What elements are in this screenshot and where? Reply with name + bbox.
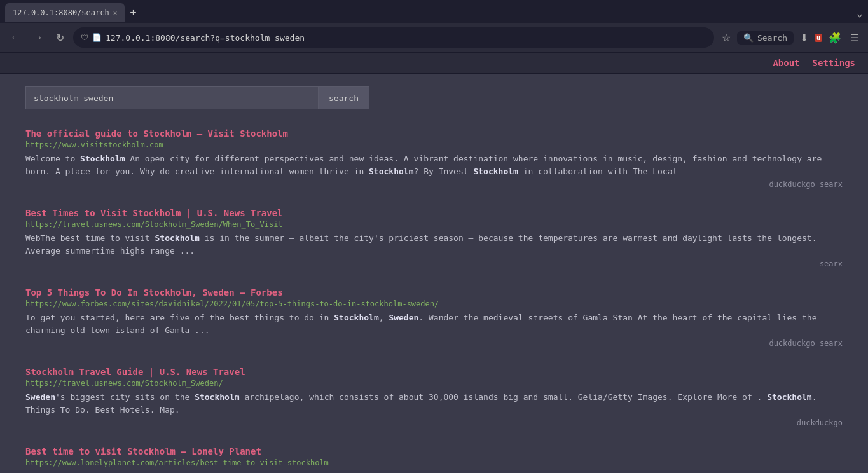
ublock-badge: u <box>815 34 822 42</box>
tab-close-icon[interactable]: ✕ <box>113 9 118 17</box>
about-link[interactable]: About <box>773 58 799 68</box>
shield-icon: 🛡 <box>81 33 88 42</box>
address-bar-input[interactable] <box>106 33 706 43</box>
search-input[interactable] <box>25 86 318 109</box>
app-header: About Settings <box>0 53 868 74</box>
search-icon: 🔍 <box>743 33 754 43</box>
forward-button[interactable]: → <box>29 29 47 46</box>
result-title[interactable]: Top 5 Things To Do In Stockholm, Sweden … <box>25 287 283 298</box>
result-item: Top 5 Things To Do In Stockholm, Sweden … <box>25 287 843 348</box>
result-url: https://www.lonelyplanet.com/articles/be… <box>25 458 843 467</box>
result-item: Best time to visit Stockholm – Lonely Pl… <box>25 446 843 473</box>
result-title[interactable]: Best Times to Visit Stockholm | U.S. New… <box>25 208 283 218</box>
main-content: search The official guide to Stockholm –… <box>0 74 868 473</box>
tab-title: 127.0.0.1:8080/search <box>13 8 109 17</box>
result-url: https://www.visitstockholm.com <box>25 141 843 149</box>
result-desc: Welcome to Stockholm An open city for di… <box>25 153 839 177</box>
result-desc: WebThe best time to visit Stockholm is i… <box>25 232 839 257</box>
browser-search-box[interactable]: 🔍 Search <box>737 31 794 45</box>
results-container: The official guide to Stockholm – Visit … <box>25 128 843 473</box>
search-button[interactable]: search <box>318 86 369 109</box>
result-item: The official guide to Stockholm – Visit … <box>25 128 843 189</box>
menu-button[interactable]: ☰ <box>848 29 862 46</box>
refresh-button[interactable]: ↻ <box>52 29 68 46</box>
result-sources: duckduckgo searx <box>25 180 843 189</box>
browser-search-label: Search <box>757 33 787 43</box>
search-bar-row: search <box>25 86 843 109</box>
result-url: https://travel.usnews.com/Stockholm_Swed… <box>25 220 843 229</box>
result-item: Best Times to Visit Stockholm | U.S. New… <box>25 208 843 268</box>
nav-bar: ← → ↻ 🛡 📄 ☆ 🔍 Search ⬇ u 🧩 ☰ <box>0 23 868 52</box>
result-title[interactable]: Stockholm Travel Guide | U.S. News Trave… <box>25 367 245 377</box>
result-title[interactable]: Best time to visit Stockholm – Lonely Pl… <box>25 446 261 456</box>
tab-menu-icon[interactable]: ⌄ <box>857 7 863 19</box>
result-item: Stockholm Travel Guide | U.S. News Trave… <box>25 367 843 427</box>
browser-chrome: 127.0.0.1:8080/search ✕ + ⌄ ← → ↻ 🛡 📄 ☆ … <box>0 0 868 53</box>
active-tab[interactable]: 127.0.0.1:8080/search ✕ <box>5 3 125 22</box>
result-sources: searx <box>25 259 843 268</box>
result-desc: To get you started, here are five of the… <box>25 312 839 336</box>
file-icon: 📄 <box>92 33 102 42</box>
settings-link[interactable]: Settings <box>813 58 855 68</box>
address-bar-container[interactable]: 🛡 📄 <box>73 27 714 48</box>
result-url: https://www.forbes.com/sites/davidnikel/… <box>25 299 843 308</box>
result-url: https://travel.usnews.com/Stockholm_Swed… <box>25 379 843 388</box>
back-button[interactable]: ← <box>6 29 24 46</box>
bookmark-button[interactable]: ☆ <box>719 29 733 46</box>
tab-bar: 127.0.0.1:8080/search ✕ + ⌄ <box>0 0 868 23</box>
result-desc: Stockholm puts on its running shoes this… <box>25 470 839 473</box>
nav-right-icons: ☆ 🔍 Search ⬇ u 🧩 ☰ <box>719 29 862 46</box>
result-title[interactable]: The official guide to Stockholm – Visit … <box>25 128 288 139</box>
download-button[interactable]: ⬇ <box>797 29 811 46</box>
new-tab-button[interactable]: + <box>130 6 137 20</box>
result-sources: duckduckgo searx <box>25 339 843 348</box>
result-desc: Sweden's biggest city sits on the Stockh… <box>25 391 839 416</box>
result-sources: duckduckgo <box>25 418 843 427</box>
extensions-button[interactable]: 🧩 <box>826 29 844 46</box>
